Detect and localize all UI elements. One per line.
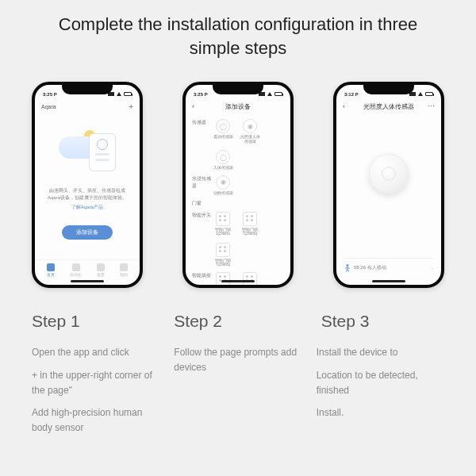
phone-3: 3:12 P ‹ 光照度人体传感器 ⋯ 08:26 有人移动 › xyxy=(333,82,444,288)
device-item[interactable]: ◯震动传感器 xyxy=(213,119,233,144)
device-list: 传感器 ◯震动传感器 ◉光照度人体传感器 ◯人体传感器 水浸传感器 ◉动静传感器 xyxy=(186,114,290,288)
phone-col-2: 3:25 P ‹ 添加设备 传感器 ◯震动传感器 xyxy=(170,82,306,288)
wifi-icon xyxy=(267,92,272,96)
device-item[interactable]: ◉光照度人体传感器 xyxy=(240,119,260,144)
onboard-illustration xyxy=(56,130,119,178)
cat-label: 门窗 xyxy=(192,200,213,207)
screen-header: ‹ 添加设备 xyxy=(186,99,290,114)
home-indicator-icon xyxy=(221,280,255,282)
battery-icon xyxy=(425,92,433,96)
nav-home[interactable]: 首页 xyxy=(47,263,55,277)
status-time: 3:12 P xyxy=(344,92,359,97)
sensor-icon: ◉ xyxy=(216,175,230,190)
step-3: Step 3 Install the device to Location to… xyxy=(317,312,444,443)
step-2: Step 2 Follow the page prompts add devic… xyxy=(174,312,301,443)
sensor-icon: ◯ xyxy=(216,150,230,164)
scene-icon xyxy=(97,263,105,271)
cat-label: 智能插座 xyxy=(192,272,213,289)
add-icon[interactable]: + xyxy=(129,102,133,111)
cat-label: 智能开关 xyxy=(192,212,213,267)
status-icons xyxy=(259,92,282,96)
back-icon[interactable]: ‹ xyxy=(343,102,345,110)
back-icon[interactable]: ‹ xyxy=(192,102,194,110)
auto-icon xyxy=(72,263,80,271)
category-safety: 水浸传感器 ◉动静传感器 xyxy=(192,175,284,195)
phone-row: 3:25 P Aqara + xyxy=(16,82,460,288)
device-item[interactable]: ◯人体传感器 xyxy=(213,150,233,170)
device-card-icon xyxy=(89,133,116,171)
person-icon xyxy=(344,263,351,272)
phone-1: 3:25 P Aqara + xyxy=(32,82,143,288)
status-icons xyxy=(409,92,433,96)
add-device-button[interactable]: 添加设备 xyxy=(62,225,113,240)
category-sensor: 传感器 ◯震动传感器 ◉光照度人体传感器 ◯人体传感器 xyxy=(192,119,284,170)
chevron-right-icon: › xyxy=(432,266,433,271)
notch-icon xyxy=(213,85,263,94)
category-door: 门窗 xyxy=(192,200,284,207)
nav-me[interactable]: 我的 xyxy=(120,263,128,277)
step-1: Step 1 Open the app and click + in the u… xyxy=(32,312,159,443)
step-text: Open the app and click + in the upper-ri… xyxy=(32,345,159,435)
log-text: 08:26 有人移动 xyxy=(354,264,386,271)
wifi-icon xyxy=(117,92,121,96)
home-icon xyxy=(47,263,55,271)
status-time: 3:25 P xyxy=(43,92,57,97)
cat-label: 水浸传感器 xyxy=(192,175,213,195)
plug-icon xyxy=(216,272,230,286)
onboard-text: 由连网关、开关、插座、传感器组成Aqara设备，创建属于您的智能体验。 xyxy=(35,187,140,201)
step-text: Follow the page prompts add devices xyxy=(174,345,301,374)
home-indicator-icon xyxy=(71,280,104,282)
battery-icon xyxy=(124,92,132,96)
home-indicator-icon xyxy=(372,280,405,282)
bottom-nav: 首页 自动化 场景 我的 xyxy=(35,259,140,277)
app-header: Aqara + xyxy=(35,99,140,114)
activity-log[interactable]: 08:26 有人移动 › xyxy=(344,258,433,272)
phone-2: 3:25 P ‹ 添加设备 传感器 ◯震动传感器 xyxy=(182,82,294,288)
device-visual xyxy=(369,154,409,194)
phone-col-3: 3:12 P ‹ 光照度人体传感器 ⋯ 08:26 有人移动 › xyxy=(321,82,457,288)
nav-auto[interactable]: 自动化 xyxy=(70,263,82,277)
notch-icon xyxy=(62,85,113,94)
switch-icon xyxy=(216,212,230,226)
device-item[interactable]: 智能门锁T(ZNMS) xyxy=(213,243,233,267)
screen-header: ‹ 光照度人体传感器 ⋯ xyxy=(336,99,441,114)
learn-more-link[interactable]: 了解Aqara产品 xyxy=(35,204,140,211)
step-title: Step 3 xyxy=(321,312,444,331)
notch-icon xyxy=(363,85,414,94)
sensor-icon: ◉ xyxy=(243,119,257,133)
device-item[interactable]: 智能门锁1(ZNMS) xyxy=(213,212,233,236)
status-icons xyxy=(108,92,132,96)
screen-title: 光照度人体传感器 xyxy=(363,103,414,110)
phone-col-1: 3:25 P Aqara + xyxy=(19,82,155,288)
category-switch: 智能开关 智能门锁1(ZNMS) 智能门锁T(ZNMS) 智能门锁T(ZNMS) xyxy=(192,212,284,267)
more-icon[interactable]: ⋯ xyxy=(428,102,435,110)
user-icon xyxy=(120,263,128,271)
switch-icon xyxy=(243,212,257,226)
plug-icon xyxy=(243,272,257,286)
page: Complete the installation configuration … xyxy=(0,0,476,459)
nav-scene[interactable]: 场景 xyxy=(97,263,105,277)
step-text: Install the device to Location to be det… xyxy=(317,345,444,420)
steps-row: Step 1 Open the app and click + in the u… xyxy=(16,312,460,443)
step-title: Step 2 xyxy=(174,312,301,331)
screen-title: 添加设备 xyxy=(225,103,251,110)
sensor-icon: ◯ xyxy=(216,119,230,133)
brand-label: Aqara xyxy=(41,104,56,109)
device-item[interactable]: 智能门锁T(ZNMS) xyxy=(240,212,260,236)
status-time: 3:25 P xyxy=(194,92,208,97)
wifi-icon xyxy=(418,92,423,96)
page-title: Complete the installation configuration … xyxy=(40,13,436,60)
step-title: Step 1 xyxy=(32,312,159,331)
battery-icon xyxy=(274,92,282,96)
cat-label: 传感器 xyxy=(192,119,213,170)
switch-icon xyxy=(216,243,230,257)
device-item[interactable]: ◉动静传感器 xyxy=(213,175,233,195)
